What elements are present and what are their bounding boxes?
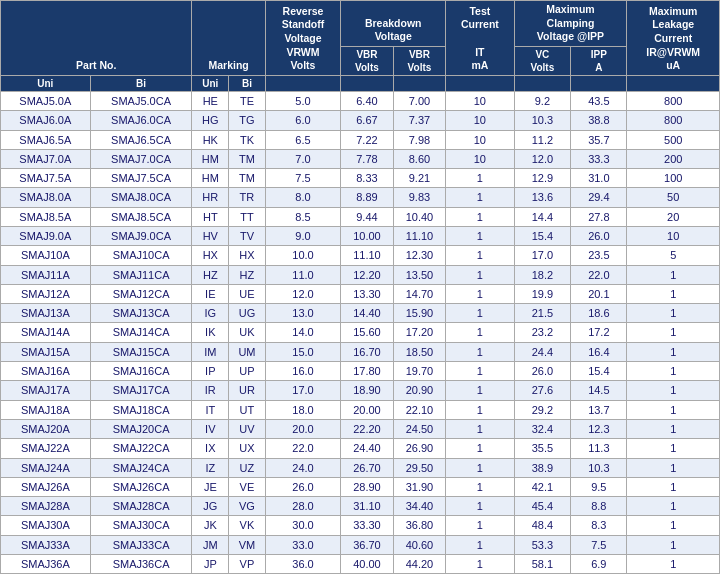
- table-cell: 18.2: [514, 265, 571, 284]
- table-cell: 36.0: [265, 555, 340, 574]
- table-cell: SMAJ22A: [1, 439, 91, 458]
- vrwm-volts-header: [265, 75, 340, 91]
- table-cell: SMAJ6.5A: [1, 130, 91, 149]
- table-cell: 10.3: [514, 111, 571, 130]
- table-cell: 13.50: [393, 265, 446, 284]
- table-cell: 1: [446, 458, 514, 477]
- table-cell: HX: [192, 246, 229, 265]
- table-cell: 1: [627, 265, 720, 284]
- table-row: SMAJ8.0ASMAJ8.0CAHRTR8.08.899.83113.629.…: [1, 188, 720, 207]
- table-cell: 5: [627, 246, 720, 265]
- table-row: SMAJ22ASMAJ22CAIXUX22.024.4026.90135.511…: [1, 439, 720, 458]
- table-cell: 23.5: [571, 246, 627, 265]
- ipp-header: IPPA: [571, 46, 627, 75]
- table-cell: SMAJ6.0CA: [90, 111, 192, 130]
- table-cell: 1: [446, 516, 514, 535]
- table-cell: 1: [446, 342, 514, 361]
- vc-header: VCVolts: [514, 46, 571, 75]
- table-cell: 1: [446, 477, 514, 496]
- table-cell: SMAJ15CA: [90, 342, 192, 361]
- table-cell: 13.7: [571, 400, 627, 419]
- ir-sub: [627, 75, 720, 91]
- table-cell: 11.2: [514, 130, 571, 149]
- table-cell: 58.1: [514, 555, 571, 574]
- table-cell: 1: [446, 246, 514, 265]
- table-cell: IT: [192, 400, 229, 419]
- table-cell: 1: [446, 362, 514, 381]
- table-cell: IE: [192, 284, 229, 303]
- table-cell: 7.78: [341, 149, 394, 168]
- table-cell: 24.4: [514, 342, 571, 361]
- table-cell: SMAJ30A: [1, 516, 91, 535]
- table-cell: HR: [192, 188, 229, 207]
- table-cell: 31.10: [341, 497, 394, 516]
- table-cell: 10.00: [341, 227, 394, 246]
- table-row: SMAJ14ASMAJ14CAIKUK14.015.6017.20123.217…: [1, 323, 720, 342]
- table-row: SMAJ17ASMAJ17CAIRUR17.018.9020.90127.614…: [1, 381, 720, 400]
- table-row: SMAJ30ASMAJ30CAJKVK30.033.3036.80148.48.…: [1, 516, 720, 535]
- table-row: SMAJ11ASMAJ11CAHZHZ11.012.2013.50118.222…: [1, 265, 720, 284]
- table-cell: TM: [229, 169, 266, 188]
- table-cell: UM: [229, 342, 266, 361]
- table-cell: SMAJ36CA: [90, 555, 192, 574]
- table-cell: JP: [192, 555, 229, 574]
- table-cell: 15.4: [571, 362, 627, 381]
- table-cell: JM: [192, 535, 229, 554]
- table-cell: 18.50: [393, 342, 446, 361]
- table-cell: 8.8: [571, 497, 627, 516]
- table-row: SMAJ6.0ASMAJ6.0CAHGTG6.06.677.371010.338…: [1, 111, 720, 130]
- table-cell: 500: [627, 130, 720, 149]
- table-cell: 1: [446, 439, 514, 458]
- table-cell: 13.0: [265, 304, 340, 323]
- table-cell: 8.33: [341, 169, 394, 188]
- table-cell: HT: [192, 207, 229, 226]
- table-cell: 24.40: [341, 439, 394, 458]
- table-cell: SMAJ24A: [1, 458, 91, 477]
- table-cell: TT: [229, 207, 266, 226]
- table-cell: SMAJ33A: [1, 535, 91, 554]
- table-cell: 5.0: [265, 91, 340, 110]
- table-cell: 1: [627, 516, 720, 535]
- table-cell: SMAJ7.0CA: [90, 149, 192, 168]
- table-cell: TG: [229, 111, 266, 130]
- part-no-header: Part No.: [1, 1, 192, 76]
- table-row: SMAJ13ASMAJ13CAIGUG13.014.4015.90121.518…: [1, 304, 720, 323]
- table-cell: SMAJ8.0A: [1, 188, 91, 207]
- table-cell: IP: [192, 362, 229, 381]
- table-cell: 28.90: [341, 477, 394, 496]
- table-cell: SMAJ15A: [1, 342, 91, 361]
- table-cell: SMAJ6.0A: [1, 111, 91, 130]
- table-cell: 44.20: [393, 555, 446, 574]
- table-cell: 16.0: [265, 362, 340, 381]
- table-cell: 1: [446, 265, 514, 284]
- table-cell: 14.40: [341, 304, 394, 323]
- table-cell: IZ: [192, 458, 229, 477]
- table-cell: 8.3: [571, 516, 627, 535]
- table-cell: 1: [446, 535, 514, 554]
- table-cell: 22.10: [393, 400, 446, 419]
- ipp-sub: [571, 75, 627, 91]
- table-cell: 7.98: [393, 130, 446, 149]
- table-cell: 1: [627, 381, 720, 400]
- table-row: SMAJ28ASMAJ28CAJGVG28.031.1034.40145.48.…: [1, 497, 720, 516]
- table-cell: 200: [627, 149, 720, 168]
- table-cell: SMAJ33CA: [90, 535, 192, 554]
- table-cell: SMAJ5.0A: [1, 91, 91, 110]
- table-cell: 14.70: [393, 284, 446, 303]
- table-cell: 11.10: [393, 227, 446, 246]
- table-cell: VM: [229, 535, 266, 554]
- table-row: SMAJ5.0ASMAJ5.0CAHETE5.06.407.00109.243.…: [1, 91, 720, 110]
- table-row: SMAJ33ASMAJ33CAJMVM33.036.7040.60153.37.…: [1, 535, 720, 554]
- table-cell: 18.6: [571, 304, 627, 323]
- table-cell: 1: [446, 497, 514, 516]
- table-cell: 48.4: [514, 516, 571, 535]
- table-cell: 7.5: [265, 169, 340, 188]
- table-row: SMAJ9.0ASMAJ9.0CAHVTV9.010.0011.10115.42…: [1, 227, 720, 246]
- table-cell: 9.83: [393, 188, 446, 207]
- table-cell: 1: [627, 419, 720, 438]
- table-cell: 21.5: [514, 304, 571, 323]
- table-cell: SMAJ30CA: [90, 516, 192, 535]
- table-cell: 11.0: [265, 265, 340, 284]
- bi2-header: Bi: [229, 75, 266, 91]
- table-cell: 26.0: [571, 227, 627, 246]
